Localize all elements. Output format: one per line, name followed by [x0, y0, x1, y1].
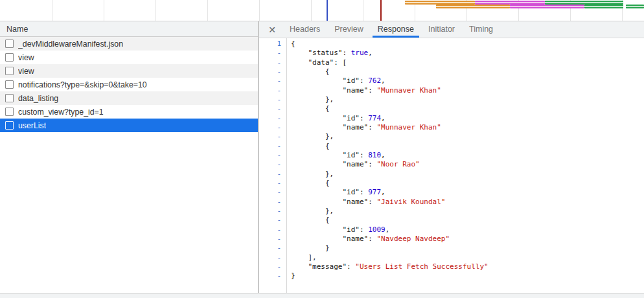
line-gutter: -	[259, 235, 286, 244]
request-row[interactable]: _devMiddlewareManifest.json	[0, 37, 258, 51]
request-list: _devMiddlewareManifest.jsonviewviewnotif…	[0, 37, 258, 132]
line-gutter: -	[259, 86, 286, 95]
request-row[interactable]: view	[0, 64, 258, 78]
line-gutter: 1	[259, 40, 286, 49]
request-checkbox[interactable]	[5, 108, 14, 116]
name-column-header[interactable]: Name	[0, 21, 258, 37]
overview-bar-magenta	[510, 5, 584, 8]
code-line: - "id": 1009,	[259, 225, 644, 235]
code-line: - "id": 774,	[259, 114, 644, 123]
code-line: - {	[259, 216, 644, 225]
line-gutter: -	[259, 49, 286, 58]
code-line: - },	[259, 95, 644, 104]
request-checkbox[interactable]	[5, 67, 14, 75]
gutter-divider	[286, 38, 287, 293]
line-content: },	[286, 95, 334, 104]
code-line: - "data": [	[259, 58, 644, 67]
code-line: - {	[259, 104, 644, 113]
line-gutter: -	[259, 67, 286, 76]
line-content: },	[286, 207, 334, 216]
line-content: "id": 810,	[286, 151, 385, 160]
request-row[interactable]: custom_view?type_id=1	[0, 105, 258, 119]
network-panel: Name _devMiddlewareManifest.jsonviewview…	[0, 21, 644, 293]
line-content: "name": "Noor Rao"	[286, 160, 420, 169]
code-line: - "name": "Noor Rao"	[259, 160, 644, 169]
line-content: "name": "Navdeep Navdeep"	[286, 235, 450, 244]
line-gutter: -	[259, 160, 286, 169]
close-icon[interactable]: ✕	[266, 23, 279, 36]
overview-bar-green	[584, 5, 623, 8]
code-line: - "name": "Munnaver Khan"	[259, 123, 644, 132]
line-content: "message": "Users List Fetch Successfull…	[286, 262, 489, 271]
line-gutter: -	[259, 151, 286, 160]
tab-strip: ✕ HeadersPreviewResponseInitiatorTiming	[259, 21, 644, 38]
load-event-line	[380, 0, 382, 21]
line-content: {	[286, 40, 295, 49]
line-gutter: -	[259, 95, 286, 104]
line-gutter: -	[259, 58, 286, 67]
request-row[interactable]: data_listing	[0, 91, 258, 105]
tab-timing[interactable]: Timing	[464, 21, 498, 38]
line-content: "status": true,	[286, 49, 373, 58]
code-line: - "id": 810,	[259, 151, 644, 160]
line-content: {	[286, 216, 330, 225]
line-content: "name": "Munnaver Khan"	[286, 123, 441, 132]
code-line: - "message": "Users List Fetch Successfu…	[259, 262, 644, 271]
overview-gridline	[363, 0, 363, 21]
line-content: "id": 762,	[286, 76, 385, 86]
request-checkbox[interactable]	[5, 53, 14, 62]
tab-headers[interactable]: Headers	[284, 21, 325, 38]
line-gutter: -	[259, 207, 286, 216]
line-content: "id": 774,	[286, 114, 385, 123]
line-gutter: -	[259, 216, 286, 225]
code-line: - },	[259, 170, 644, 179]
line-content: "id": 1009,	[286, 225, 389, 235]
code-line: - "name": "Jaivik Koundal"	[259, 198, 644, 207]
line-gutter: -	[259, 225, 286, 235]
code-line: - "status": true,	[259, 49, 644, 58]
tab-initiator[interactable]: Initiator	[423, 21, 460, 38]
overview-gridline	[52, 0, 52, 21]
response-body[interactable]: 1{- "status": true,- "data": [- {- "id":…	[259, 38, 644, 293]
request-name: data_listing	[18, 94, 58, 103]
request-name: custom_view?type_id=1	[18, 108, 104, 117]
code-line: - }	[259, 244, 644, 253]
network-requests-panel: Name _devMiddlewareManifest.jsonviewview…	[0, 21, 259, 293]
code-line: - },	[259, 132, 644, 141]
code-line: - "name": "Munnaver Khan"	[259, 86, 644, 95]
overview-gridline	[311, 0, 312, 21]
request-name: notifications?type=&skip=0&take=10	[18, 80, 147, 89]
line-content: {	[286, 67, 330, 76]
overview-bar-green	[626, 5, 644, 8]
line-content: }	[286, 271, 295, 281]
code-line: - ],	[259, 253, 644, 262]
code-line: -}	[259, 271, 644, 281]
code-line: - },	[259, 207, 644, 216]
line-gutter: -	[259, 253, 286, 262]
request-checkbox[interactable]	[5, 94, 14, 102]
line-gutter: -	[259, 114, 286, 123]
line-content: "data": [	[286, 58, 347, 67]
line-gutter: -	[259, 170, 286, 179]
request-name: _devMiddlewareManifest.json	[18, 40, 123, 49]
request-checkbox[interactable]	[5, 80, 14, 89]
line-gutter: -	[259, 244, 286, 253]
request-checkbox[interactable]	[5, 40, 14, 48]
overview-gridline	[104, 0, 104, 21]
request-checkbox[interactable]	[5, 121, 14, 130]
tab-response[interactable]: Response	[373, 21, 419, 38]
line-gutter: -	[259, 179, 286, 188]
request-name: view	[18, 67, 34, 76]
line-content: {	[286, 104, 330, 113]
request-row[interactable]: userList	[0, 119, 258, 132]
code-line: - {	[259, 179, 644, 188]
request-row[interactable]: notifications?type=&skip=0&take=10	[0, 78, 258, 91]
line-content: {	[286, 142, 330, 151]
code-line: 1{	[259, 40, 644, 49]
line-gutter: -	[259, 198, 286, 207]
network-overview-timeline[interactable]	[0, 0, 644, 21]
request-row[interactable]: view	[0, 51, 258, 64]
request-name: view	[18, 53, 34, 62]
overview-gridline	[155, 0, 156, 21]
tab-preview[interactable]: Preview	[329, 21, 368, 38]
